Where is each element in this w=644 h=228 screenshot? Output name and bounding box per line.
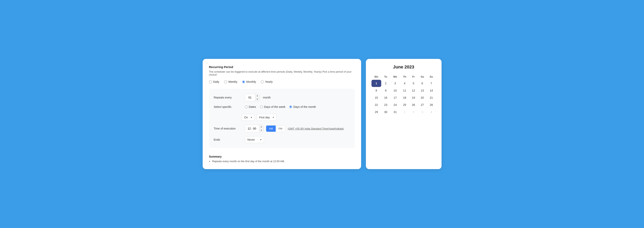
calendar-day[interactable]: 5 xyxy=(409,80,418,87)
specific-days-of-week-radio[interactable] xyxy=(260,105,263,108)
time-input-wrapper: ▲ ▼ xyxy=(245,125,264,132)
frequency-monthly-radio[interactable] xyxy=(242,80,245,83)
first-day-select[interactable]: First day Last day Custom xyxy=(256,114,276,121)
specific-dates-radio[interactable] xyxy=(245,105,248,108)
calendar-day[interactable]: 4 xyxy=(427,108,436,116)
calendar-day[interactable]: 13 xyxy=(418,87,427,94)
repeats-every-up[interactable]: ▲ xyxy=(255,94,260,97)
calendar-day[interactable]: 20 xyxy=(418,94,427,101)
calendar-weekday-mo: Mo xyxy=(372,74,382,80)
calendar-day[interactable]: 28 xyxy=(427,101,436,108)
form-section: Repeats every ▲ ▼ month Select specific … xyxy=(209,89,355,148)
frequency-yearly-label: Yearly xyxy=(265,80,272,83)
time-execution-label: Time of execution xyxy=(214,127,242,130)
on-select-row: On ▼ First day Last day Custom ▼ xyxy=(242,114,350,121)
section-description: The scheduler can be triggered to execut… xyxy=(209,70,355,76)
specific-dates[interactable]: Dates xyxy=(245,105,256,108)
calendar-day[interactable]: 2 xyxy=(381,80,390,87)
frequency-radio-group: Daily Weekly Monthly Yearly xyxy=(209,80,355,83)
specific-days-of-month-radio[interactable] xyxy=(289,105,292,108)
frequency-daily-label: Daily xyxy=(213,80,220,83)
calendar-day[interactable]: 24 xyxy=(390,101,400,108)
calendar-title: June 2023 xyxy=(372,64,436,70)
frequency-yearly-radio[interactable] xyxy=(261,80,264,83)
time-input[interactable] xyxy=(245,125,259,132)
calendar-day[interactable]: 3 xyxy=(390,80,400,87)
frequency-yearly[interactable]: Yearly xyxy=(261,80,272,83)
calendar-day[interactable]: 22 xyxy=(372,101,382,108)
frequency-monthly-label: Monthly xyxy=(246,80,256,83)
calendar-day[interactable]: 9 xyxy=(381,87,390,94)
calendar-week-1: 891011121314 xyxy=(372,87,436,94)
calendar-day[interactable]: 19 xyxy=(409,94,418,101)
calendar-day[interactable]: 16 xyxy=(381,94,390,101)
summary-section: Summary Repeats every month on the first… xyxy=(209,152,355,163)
frequency-daily-radio[interactable] xyxy=(209,80,212,83)
frequency-daily[interactable]: Daily xyxy=(209,80,220,83)
calendar-day[interactable]: 11 xyxy=(400,87,409,94)
calendar-day[interactable]: 30 xyxy=(381,108,390,116)
frequency-monthly[interactable]: Monthly xyxy=(242,80,256,83)
pm-button[interactable]: PM xyxy=(276,126,285,132)
repeats-every-spinner: ▲ ▼ xyxy=(255,94,260,101)
calendar-day[interactable]: 10 xyxy=(390,87,400,94)
repeats-every-row: Repeats every ▲ ▼ month xyxy=(214,94,350,101)
calendar-day[interactable]: 4 xyxy=(400,80,409,87)
calendar-weekday-th: Th xyxy=(400,74,409,80)
calendar-day[interactable]: 2 xyxy=(409,108,418,116)
time-down[interactable]: ▼ xyxy=(259,129,264,132)
repeats-every-input[interactable] xyxy=(245,94,255,101)
calendar-day[interactable]: 7 xyxy=(427,80,436,87)
calendar-weekday-tu: Tu xyxy=(381,74,390,80)
calendar-day[interactable]: 29 xyxy=(372,108,382,116)
calendar-weekday-su: Su xyxy=(427,74,436,80)
calendar-week-4: 2930311234 xyxy=(372,108,436,116)
section-title: Recurring Period xyxy=(209,65,355,69)
calendar-day[interactable]: 12 xyxy=(409,87,418,94)
calendar-grid: MoTuWeThFrSaSu 1234567891011121314151617… xyxy=(372,74,436,116)
frequency-weekly-radio[interactable] xyxy=(224,80,227,83)
calendar-day[interactable]: 1 xyxy=(400,108,409,116)
specific-dates-label: Dates xyxy=(249,105,256,108)
frequency-weekly[interactable]: Weekly xyxy=(224,80,238,83)
repeats-every-down[interactable]: ▼ xyxy=(255,97,260,101)
calendar-weekday-we: We xyxy=(390,74,400,80)
calendar-day[interactable]: 25 xyxy=(400,101,409,108)
summary-title: Summary xyxy=(209,155,355,158)
specific-days-of-week[interactable]: Days of the week xyxy=(260,105,285,108)
ends-label: Ends xyxy=(214,138,242,141)
calendar-day[interactable]: 15 xyxy=(372,94,382,101)
specific-days-of-month[interactable]: Days of the month xyxy=(289,105,316,108)
calendar-day[interactable]: 18 xyxy=(400,94,409,101)
calendar-day[interactable]: 14 xyxy=(427,87,436,94)
on-select-wrapper: On ▼ xyxy=(242,114,254,121)
calendar-day[interactable]: 23 xyxy=(381,101,390,108)
calendar-weekday-sa: Sa xyxy=(418,74,427,80)
calendar-day[interactable]: 3 xyxy=(418,108,427,116)
calendar-day[interactable]: 27 xyxy=(418,101,427,108)
calendar-day[interactable]: 21 xyxy=(427,94,436,101)
on-select[interactable]: On xyxy=(242,114,254,121)
time-up[interactable]: ▲ xyxy=(259,125,264,129)
calendar-day[interactable]: 1 xyxy=(372,80,382,87)
ampm-toggle: AM PM xyxy=(266,125,285,132)
am-button[interactable]: AM xyxy=(266,126,276,132)
select-specific-label: Select specific xyxy=(214,105,242,108)
calendar-day[interactable]: 31 xyxy=(390,108,400,116)
ends-select[interactable]: Never After On date xyxy=(245,136,264,143)
calendar-day[interactable]: 17 xyxy=(390,94,400,101)
repeats-every-label: Repeats every xyxy=(214,96,242,99)
time-spinner: ▲ ▼ xyxy=(259,125,264,132)
first-day-select-wrapper: First day Last day Custom ▼ xyxy=(256,114,276,121)
calendar-card: June 2023 MoTuWeThFrSaSu 123456789101112… xyxy=(366,59,442,169)
time-row: ▲ ▼ AM PM (GMT +05:30) India Standard Ti… xyxy=(245,125,344,132)
calendar-day[interactable]: 6 xyxy=(418,80,427,87)
specific-days-of-week-label: Days of the week xyxy=(264,105,285,108)
scheduler-card: Recurring Period The scheduler can be tr… xyxy=(203,59,361,169)
calendar-week-0: 1234567 xyxy=(372,80,436,87)
calendar-day[interactable]: 8 xyxy=(372,87,382,94)
calendar-day[interactable]: 26 xyxy=(409,101,418,108)
select-specific-row: Select specific Dates Days of the week D… xyxy=(214,105,350,108)
frequency-weekly-label: Weekly xyxy=(228,80,238,83)
ends-row: Ends Never After On date ▼ xyxy=(214,136,350,143)
